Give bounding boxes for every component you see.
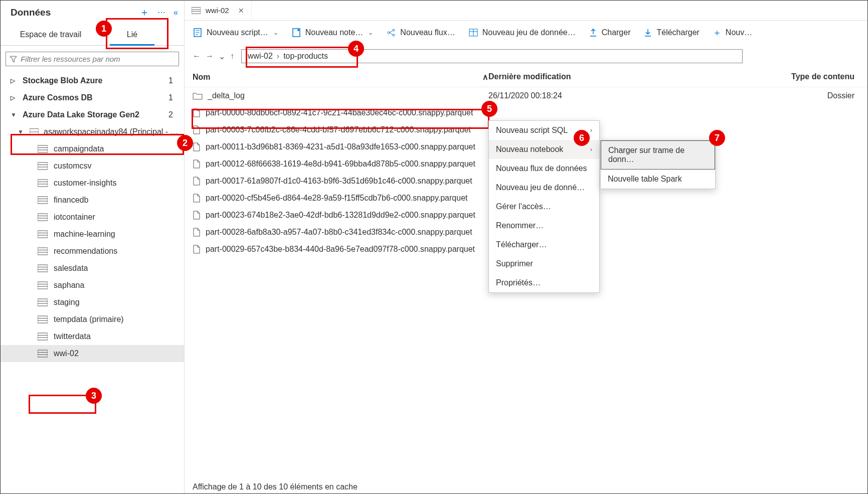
tab-workspace[interactable]: Espace de travail [1,24,101,45]
ctx-properties[interactable]: Propriétés… [489,273,599,292]
tree-container[interactable]: saphana [1,277,184,294]
container-icon [38,298,48,306]
callout-4: 4 [348,41,364,57]
notebook-icon [291,28,301,38]
file-icon [193,228,201,237]
resource-tree: ▷ Stockage Blob Azure 1 ▷ Azure Cosmos D… [1,72,184,493]
callout-5: 5 [481,101,497,117]
callout-2: 2 [177,135,193,151]
tree-container[interactable]: financedb [1,192,184,209]
callout-3: 3 [86,388,102,404]
tree-container[interactable]: tempdata (primaire) [1,311,184,328]
tree-container[interactable]: machine-learning [1,226,184,243]
download-button[interactable]: Télécharger [643,28,699,37]
dataset-icon [468,28,478,38]
nav-up-icon[interactable]: ↑ [230,52,234,61]
ctx-new-spark-table[interactable]: Nouvelle table Spark [601,170,715,189]
tree-group-cosmos[interactable]: ▷ Azure Cosmos DB 1 [1,89,184,106]
context-menu: Nouveau script SQL› Nouveau notebook› No… [488,120,600,293]
svg-rect-15 [38,214,48,221]
tree-container[interactable]: campaigndata [1,140,184,157]
container-icon [38,350,48,358]
svg-rect-36 [38,333,48,340]
ctx-new-dataflow[interactable]: Nouveau flux de données [489,159,599,178]
tree-account[interactable]: ▼ asaworkspaceinaday84 (Principal - … [1,123,184,140]
sql-script-icon [193,28,203,38]
chevron-down-icon: ▼ [11,111,19,118]
ctx-download[interactable]: Télécharger… [489,235,599,254]
svg-rect-33 [38,316,48,323]
tree-container[interactable]: wwi-02 [1,345,184,362]
folder-row[interactable]: _delta_log26/11/2020 00:18:24Dossier [185,87,867,104]
ctx-delete[interactable]: Supprimer [489,254,599,273]
nav-down-icon[interactable]: ⌄ [219,52,225,61]
file-row[interactable]: part-00000-80db06cf-0892-41c7-9c21-44bae… [185,104,867,121]
svg-rect-30 [38,299,48,306]
svg-rect-27 [38,282,48,289]
file-icon [193,177,201,186]
file-tab-wwi02[interactable]: wwi-02 ✕ [185,1,252,20]
container-icon [38,247,48,255]
file-icon [193,159,201,169]
ctx-manage-access[interactable]: Gérer l'accès… [489,197,599,216]
filter-box[interactable] [6,52,179,66]
file-icon [193,142,201,151]
tree-container[interactable]: customer-insights [1,175,184,192]
upload-icon [589,28,598,37]
svg-rect-39 [38,350,48,357]
svg-point-48 [388,32,390,34]
sort-asc-icon: ∧ [482,72,488,82]
svg-point-50 [393,34,395,36]
container-icon [38,162,48,170]
nav-forward-icon[interactable]: → [206,52,214,61]
tree-container[interactable]: twitterdata [1,328,184,345]
main-area: wwi-02 ✕ Nouveau script…⌄ Nouveau note…⌄… [185,1,867,493]
ctx-rename[interactable]: Renommer… [489,216,599,235]
col-header-modified[interactable]: Dernière modification [488,72,644,82]
chevron-right-icon: ▷ [11,94,19,101]
tree-container[interactable]: staging [1,294,184,311]
upload-button[interactable]: Charger [589,28,631,37]
svg-rect-12 [38,197,48,204]
collapse-icon[interactable]: « [173,8,178,17]
more-icon[interactable]: ⋯ [157,8,165,17]
new-sql-script-button[interactable]: Nouveau script…⌄ [193,28,278,38]
sidebar-title: Données [11,7,51,18]
column-headers: Nom ∧ Dernière modification Type de cont… [185,67,867,87]
plus-icon: ＋ [713,27,722,39]
chevron-right-icon: › [590,127,592,134]
breadcrumb-root[interactable]: wwi-02 [248,52,273,61]
container-icon [38,281,48,289]
file-icon [193,194,201,203]
tree-container[interactable]: recommendations [1,243,184,260]
new-dataflow-button[interactable]: Nouveau flux… [386,28,455,38]
file-icon [193,245,201,254]
new-folder-button[interactable]: ＋ Nouv… [713,27,752,39]
col-header-type[interactable]: Type de contenu [759,72,859,82]
svg-rect-24 [38,265,48,272]
tree-group-blob[interactable]: ▷ Stockage Blob Azure 1 [1,72,184,89]
sidebar-tabs: Espace de travail Lié [1,24,184,46]
container-icon [38,179,48,187]
chevron-down-icon: ⌄ [273,29,278,36]
tree-container[interactable]: salesdata [1,260,184,277]
close-icon[interactable]: ✕ [238,7,244,15]
ctx-new-dataset[interactable]: Nouveau jeu de donné… [489,178,599,197]
breadcrumb[interactable]: wwi-02 › top-products [241,49,743,63]
tree-container[interactable]: iotcontainer [1,209,184,226]
new-dataset-button[interactable]: Nouveau jeu de donnée… [468,28,576,38]
breadcrumb-folder[interactable]: top-products [283,52,328,61]
filter-input[interactable] [20,54,175,64]
col-header-name[interactable]: Nom ∧ [193,72,488,82]
toolbar: Nouveau script…⌄ Nouveau note…⌄ Nouveau … [185,21,867,45]
filter-icon [10,56,17,63]
new-notebook-button[interactable]: Nouveau note…⌄ [291,28,374,38]
tree-group-adls[interactable]: ▼ Azure Data Lake Storage Gen2 2 [1,106,184,123]
chevron-right-icon: › [590,146,592,153]
add-icon[interactable]: ＋ [139,6,149,19]
nav-back-icon[interactable]: ← [193,52,201,61]
tree-container[interactable]: customcsv [1,157,184,175]
callout-7: 7 [709,130,725,146]
ctx-load-to-dataframe[interactable]: Charger sur trame de donn… [601,140,715,170]
svg-rect-6 [38,162,48,170]
